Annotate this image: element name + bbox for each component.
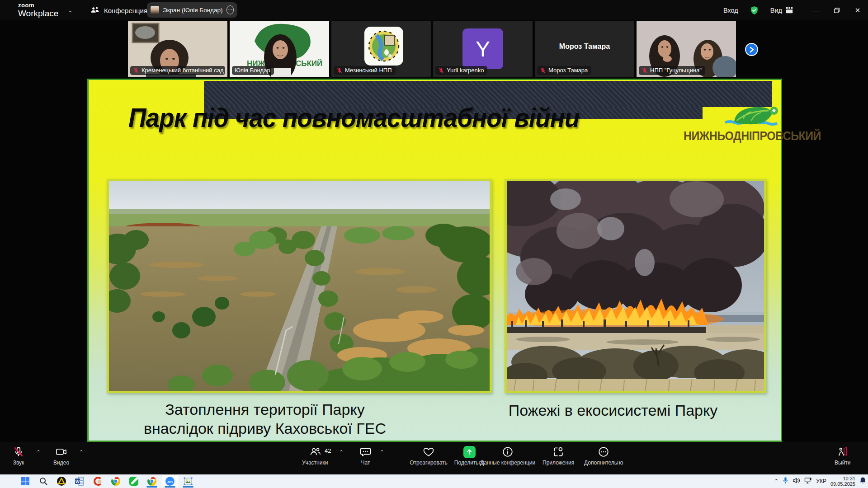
participants-label: Участники: [302, 460, 328, 466]
chevron-right-icon: [749, 47, 755, 53]
participant-name: Юлія Бондар: [235, 67, 270, 74]
view-label: Вид: [770, 7, 782, 14]
taskbar-clock[interactable]: 10:31 09.05.2025: [830, 476, 855, 487]
chrome-icon[interactable]: [107, 474, 125, 488]
participant-nametag: Yurii karpenko: [435, 66, 487, 75]
grid-view-icon: [786, 7, 794, 14]
taskbar-time: 10:31: [830, 476, 855, 481]
tab-meeting-label: Конференция: [104, 7, 147, 14]
audio-options-chevron[interactable]: ⌃: [36, 449, 41, 455]
tab-screen-share[interactable]: Экран (Юлія Бондар) ⋯: [147, 2, 237, 18]
participant-nametag: Мороз Тамара: [537, 66, 591, 75]
participant-tile[interactable]: Мороз Тамара Мороз Тамара: [535, 21, 634, 77]
green-app-icon[interactable]: [125, 474, 143, 488]
running-indicator: [146, 486, 157, 488]
participant-display-name: Мороз Тамара: [535, 42, 634, 51]
participant-tile[interactable]: Y Yurii karpenko: [433, 21, 533, 77]
apps-label: Приложения: [542, 460, 574, 466]
language-indicator[interactable]: УКР: [816, 478, 826, 484]
participant-name: НПП "Гуцульщина": [650, 67, 702, 74]
heart-icon: [423, 446, 434, 458]
aimp-icon[interactable]: [52, 474, 71, 488]
leave-label: Выйти: [835, 460, 851, 466]
video-options-chevron[interactable]: ⌃: [79, 449, 84, 455]
participant-name: Мезинський НПП: [345, 67, 392, 74]
chat-icon: [359, 446, 372, 458]
people-icon: [90, 6, 99, 15]
muted-mic-icon: [13, 446, 24, 458]
flood-caption-line1: Затоплення території Парку: [107, 400, 423, 419]
park-emblem-icon: [368, 30, 400, 62]
meeting-info-label: Данные конференции: [480, 460, 535, 466]
participant-tile[interactable]: НПП "Гуцульщина": [637, 21, 736, 77]
svg-text:zm: zm: [167, 479, 173, 484]
camera-icon: [55, 446, 68, 458]
close-button[interactable]: ✕: [847, 0, 868, 20]
info-icon: [502, 446, 514, 458]
muted-mic-icon: [642, 67, 648, 74]
tab-more-icon[interactable]: ⋯: [226, 5, 234, 14]
restore-button[interactable]: [826, 0, 847, 20]
participant-nametag: Юлія Бондар: [232, 66, 274, 75]
app-titlebar: zoom Workplace ⌄ Конференция Экран (Юлія…: [0, 0, 868, 20]
fire-caption: Пожежі в екосисистемі Парку: [502, 401, 724, 420]
word-icon[interactable]: W: [71, 474, 89, 488]
flood-caption-line2: внаслідок підриву Каховської ГЕС: [107, 419, 423, 438]
apps-icon: [552, 446, 564, 458]
view-button[interactable]: Вид: [770, 7, 794, 14]
more-button[interactable]: Дополнительно: [584, 446, 623, 466]
audio-button[interactable]: Звук: [13, 446, 24, 466]
notification-bell-icon[interactable]: [859, 477, 866, 486]
security-shield-icon[interactable]: [750, 6, 759, 15]
slide-title: Парк під час повномасштабної війни: [128, 103, 579, 133]
svg-text:W: W: [75, 479, 80, 484]
chat-label: Чат: [361, 460, 370, 466]
video-button[interactable]: Видео: [53, 446, 69, 466]
tray-expand-chevron[interactable]: ⌃: [774, 478, 778, 484]
leave-button[interactable]: Выйти: [835, 446, 851, 466]
minimize-button[interactable]: —: [806, 0, 826, 20]
avatar: [151, 6, 159, 14]
zoom-taskbar-icon[interactable]: zm: [161, 474, 179, 488]
flood-photo: [107, 179, 492, 393]
photo-viewer-icon[interactable]: [179, 474, 197, 488]
participants-button[interactable]: Участники: [302, 446, 328, 466]
fire-photo: [505, 179, 766, 393]
brand-zoom: zoom: [18, 2, 58, 8]
leaf-water-logo-icon: [716, 105, 788, 129]
tab-screen-label: Экран (Юлія Бондар): [163, 7, 223, 14]
next-participants-button[interactable]: [745, 43, 758, 56]
tab-meeting[interactable]: Конференция: [90, 4, 147, 17]
taskbar-date: 09.05.2025: [830, 481, 855, 487]
muted-mic-icon: [438, 67, 444, 74]
participant-tile-active-speaker[interactable]: НИЖ СЬКИЙ Юлія Бондар: [230, 21, 329, 77]
participant-initial-avatar: Y: [462, 28, 503, 69]
shared-screen-area: НИЖНЬОДНІПРОВСЬКИЙ Парк під час повномас…: [87, 79, 782, 442]
tray-network-icon[interactable]: [804, 477, 812, 486]
participant-nametag: Мезинський НПП: [334, 66, 396, 75]
tray-mic-icon[interactable]: [783, 477, 788, 486]
signin-button[interactable]: Вход: [723, 7, 738, 14]
participant-tile[interactable]: Мезинський НПП: [331, 21, 431, 77]
more-icon: [598, 446, 609, 458]
chevron-down-icon[interactable]: ⌄: [68, 7, 73, 14]
video-label: Видео: [53, 460, 69, 466]
participants-count: 42: [325, 447, 331, 454]
apps-button[interactable]: Приложения: [542, 446, 574, 466]
more-label: Дополнительно: [584, 460, 623, 466]
chat-button[interactable]: Чат: [359, 446, 372, 466]
meeting-info-button[interactable]: Данные конференции: [480, 446, 535, 466]
chrome-icon-2[interactable]: [143, 474, 161, 488]
leave-icon: [836, 446, 849, 458]
participant-name: Yurii karpenko: [447, 67, 484, 74]
search-button[interactable]: [34, 474, 52, 488]
muted-mic-icon: [540, 67, 546, 74]
start-button[interactable]: [16, 474, 34, 488]
audio-label: Звук: [13, 460, 24, 466]
tray-speaker-icon[interactable]: [793, 477, 800, 486]
participant-tile[interactable]: Кременецький ботанічний сад: [128, 21, 227, 77]
ccleaner-icon[interactable]: [89, 474, 107, 488]
chat-options-chevron[interactable]: ⌃: [380, 449, 384, 455]
svg-text:СЬКИЙ: СЬКИЙ: [296, 59, 322, 68]
participants-options-chevron[interactable]: ⌃: [339, 449, 344, 455]
